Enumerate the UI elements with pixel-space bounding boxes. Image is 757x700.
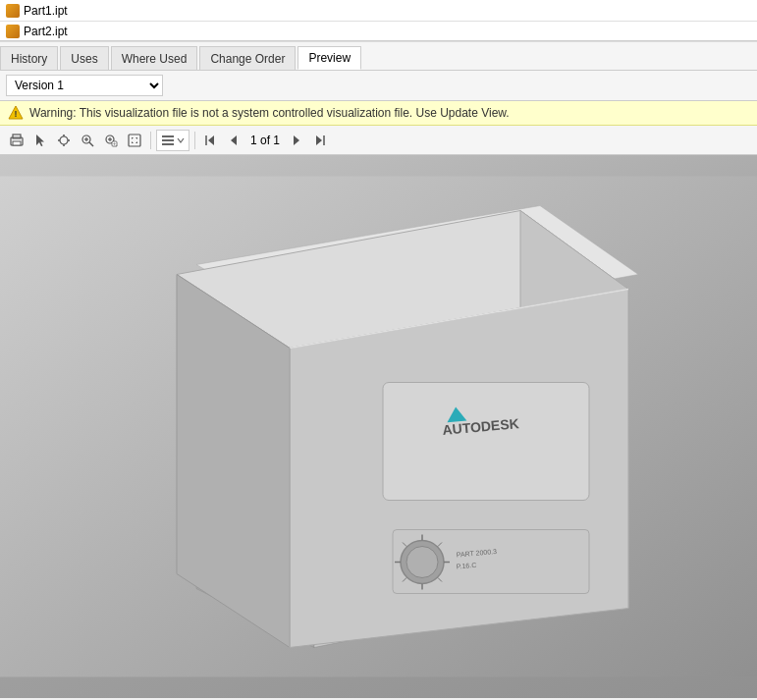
svg-point-36 — [406, 547, 438, 578]
next-page-button[interactable] — [285, 130, 306, 151]
file-list: Part1.ipt Part2.ipt — [0, 0, 757, 41]
file-row-1[interactable]: Part1.ipt — [0, 1, 757, 21]
tab-uses[interactable]: Uses — [60, 46, 108, 70]
svg-text:+: + — [113, 140, 117, 146]
last-page-button[interactable] — [308, 130, 330, 151]
svg-rect-18 — [162, 139, 174, 141]
prev-page-button[interactable] — [224, 130, 245, 151]
tab-history[interactable]: History — [0, 46, 58, 70]
tab-where-used[interactable]: Where Used — [111, 46, 198, 70]
pan-button[interactable] — [53, 130, 75, 151]
tab-bar: History Uses Where Used Change Order Pre… — [0, 41, 757, 71]
preview-svg: AUTODESK PART 2000.3 P.16.C — [0, 155, 757, 698]
svg-rect-16 — [129, 135, 140, 146]
svg-rect-19 — [162, 143, 174, 145]
warning-icon: ! — [8, 105, 24, 121]
tab-preview[interactable]: Preview — [297, 46, 361, 70]
file-row-2[interactable]: Part2.ipt — [0, 21, 757, 40]
svg-rect-17 — [162, 135, 174, 137]
file-name-2: Part2.ipt — [24, 25, 68, 38]
file-name-1: Part1.ipt — [24, 4, 68, 18]
svg-rect-31 — [383, 383, 589, 501]
print-button[interactable] — [6, 130, 27, 151]
fit-page-button[interactable] — [124, 130, 145, 151]
file-icon-2 — [6, 25, 20, 38]
svg-text:!: ! — [15, 109, 18, 119]
svg-line-7 — [89, 142, 93, 146]
separator-2 — [194, 132, 195, 149]
select-button[interactable] — [29, 130, 51, 151]
warning-text: Warning: This visualization file is not … — [29, 106, 510, 120]
layers-dropdown[interactable] — [156, 130, 189, 151]
zoom-window-button[interactable] — [77, 130, 98, 151]
version-bar: Version 1 Version 2 Version 3 — [0, 71, 757, 101]
svg-point-5 — [60, 136, 68, 144]
file-icon-1 — [6, 4, 20, 18]
svg-rect-4 — [13, 141, 21, 145]
separator-1 — [150, 132, 151, 149]
first-page-button[interactable] — [200, 130, 222, 151]
page-info: 1 of 1 — [247, 134, 283, 147]
warning-bar: ! Warning: This visualization file is no… — [0, 101, 757, 126]
page-nav: 1 of 1 — [247, 134, 283, 147]
version-select[interactable]: Version 1 Version 2 Version 3 — [6, 75, 163, 96]
zoom-in-button[interactable]: + — [100, 130, 122, 151]
preview-area: AUTODESK PART 2000.3 P.16.C — [0, 155, 757, 698]
toolbar: + 1 of 1 — [0, 126, 757, 155]
tab-change-order[interactable]: Change Order — [199, 46, 296, 70]
